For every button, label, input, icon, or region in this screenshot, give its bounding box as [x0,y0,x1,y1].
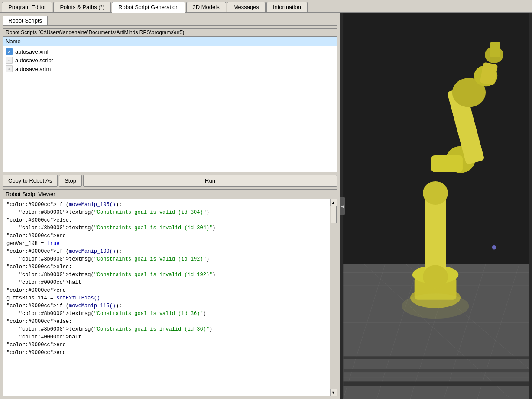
svg-rect-25 [431,155,463,172]
scroll-up-arrow[interactable]: ▲ [330,199,337,206]
doc-file-icon-2: ▫ [6,65,13,72]
file-list-header: Name [3,37,337,46]
inner-tab-bar: Robot Scripts [3,16,337,26]
svg-rect-21 [425,193,446,277]
scrollbar-right[interactable]: ▲ ▼ [330,199,337,396]
svg-rect-16 [343,369,529,372]
list-item[interactable]: ▫ autosave.script [3,56,337,64]
stop-button[interactable]: Stop [59,175,82,187]
tab-robot-script-generation[interactable]: Robot Script Generation [112,2,185,13]
svg-point-33 [492,245,496,250]
code-area[interactable]: "color:#0000cc">if (moveManip_105()): "c… [3,199,330,396]
file-name-xml: autosave.xml [15,48,49,55]
list-item[interactable]: X autosave.xml [3,47,337,56]
scroll-thumb[interactable] [331,206,337,223]
svg-point-23 [423,265,448,288]
scroll-track[interactable] [330,206,337,389]
doc-file-icon: ▫ [6,57,13,64]
file-list-body[interactable]: X autosave.xml ▫ autosave.script ▫ autos… [3,46,337,172]
file-list: Name X autosave.xml ▫ autosave.script ▫ … [3,37,337,172]
tab-program-editor[interactable]: Program Editor [2,2,52,12]
viewer-title: Robot Script Viewer [3,190,337,199]
tab-information[interactable]: Information [266,2,308,12]
svg-rect-15 [343,381,529,386]
tab-3d-models[interactable]: 3D Models [186,2,226,12]
file-list-column-name: Name [6,38,21,45]
button-row: Copy to Robot As Stop Run [3,175,337,187]
scroll-down-arrow[interactable]: ▼ [330,389,337,396]
robot-scripts-group: Robot Scripts (C:\Users\langeheine\Docum… [3,28,337,172]
svg-point-32 [402,293,469,319]
main-tab-bar: Program Editor Points & Paths (*) Robot … [0,0,532,13]
svg-point-22 [423,181,448,205]
tab-robot-scripts[interactable]: Robot Scripts [3,16,48,25]
svg-rect-31 [490,42,500,57]
xml-file-icon: X [6,48,13,55]
3d-viewport: ◀ [340,13,532,399]
group-box-title: Robot Scripts (C:\Users\langeheine\Docum… [3,29,337,37]
tab-messages[interactable]: Messages [227,2,266,12]
left-panel: Robot Scripts Robot Scripts (C:\Users\la… [0,13,340,399]
copy-to-robot-button[interactable]: Copy to Robot As [3,175,58,187]
file-name-artm: autosave.artm [15,66,51,72]
svg-rect-17 [343,356,529,359]
list-item[interactable]: ▫ autosave.artm [3,64,337,73]
file-name-script: autosave.script [15,57,53,64]
robot-script-viewer-group: Robot Script Viewer "color:#0000cc">if (… [3,189,337,396]
3d-grid [340,13,532,399]
viewer-content: "color:#0000cc">if (moveManip_105()): "c… [3,199,337,396]
tab-points-paths[interactable]: Points & Paths (*) [53,2,111,12]
run-button[interactable]: Run [83,175,337,187]
collapse-handle[interactable]: ◀ [340,197,345,215]
